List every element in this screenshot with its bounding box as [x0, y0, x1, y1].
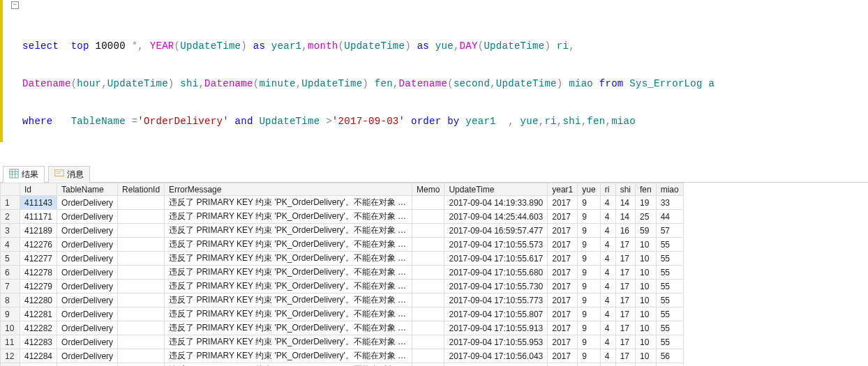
cell-shi[interactable]: 17	[615, 280, 635, 293]
cell-id[interactable]: 412282	[20, 321, 57, 335]
cell-id[interactable]: 412280	[20, 293, 57, 307]
cell-id[interactable]: 412189	[20, 224, 57, 238]
cell-miao[interactable]: 55	[656, 321, 683, 335]
column-header-errormessage[interactable]: ErrorMessage	[165, 183, 412, 196]
cell-errormessage[interactable]: 违反了 PRIMARY KEY 约束 'PK_OrderDelivery'。不能…	[165, 293, 412, 307]
cell-shi[interactable]: 17	[615, 321, 635, 335]
cell-id[interactable]: 412276	[20, 238, 57, 252]
cell-year1[interactable]: 2017	[548, 196, 578, 210]
cell-year1[interactable]: 2017	[548, 210, 578, 224]
cell-updatetime[interactable]: 2017-09-04 17:10:55.773	[444, 293, 548, 307]
cell-memo[interactable]	[412, 238, 444, 252]
column-header-memo[interactable]: Memo	[412, 183, 444, 196]
cell-errormessage[interactable]: 违反了 PRIMARY KEY 约束 'PK_OrderDelivery'。不能…	[165, 238, 412, 252]
cell-year1[interactable]: 2017	[548, 363, 578, 367]
cell-updatetime[interactable]: 2017-09-04 17:10:55.680	[444, 266, 548, 280]
tab-messages[interactable]: 消息	[48, 166, 90, 183]
cell-year1[interactable]: 2017	[548, 321, 578, 335]
cell-updatetime[interactable]: 2017-09-04 17:10:55.730	[444, 280, 548, 293]
cell-relationid[interactable]	[118, 335, 165, 349]
table-row[interactable]: 13412285OrderDelivery违反了 PRIMARY KEY 约束 …	[1, 363, 684, 367]
cell-miao[interactable]: 55	[656, 266, 683, 280]
cell-year1[interactable]: 2017	[548, 335, 578, 349]
cell-shi[interactable]: 17	[615, 363, 635, 367]
cell-updatetime[interactable]: 2017-09-04 17:10:55.617	[444, 252, 548, 266]
cell-ri[interactable]: 4	[600, 335, 615, 349]
cell-miao[interactable]: 57	[656, 224, 683, 238]
cell-relationid[interactable]	[118, 266, 165, 280]
cell-shi[interactable]: 17	[615, 238, 635, 252]
cell-tablename[interactable]: OrderDelivery	[57, 349, 118, 363]
table-row[interactable]: 4412276OrderDelivery违反了 PRIMARY KEY 约束 '…	[1, 238, 684, 252]
column-header-updatetime[interactable]: UpdateTime	[444, 183, 548, 196]
cell-tablename[interactable]: OrderDelivery	[57, 210, 118, 224]
cell-tablename[interactable]: OrderDelivery	[57, 196, 118, 210]
row-number[interactable]: 5	[1, 252, 20, 266]
cell-errormessage[interactable]: 违反了 PRIMARY KEY 约束 'PK_OrderDelivery'。不能…	[165, 210, 412, 224]
cell-memo[interactable]	[412, 321, 444, 335]
table-row[interactable]: 10412282OrderDelivery违反了 PRIMARY KEY 约束 …	[1, 321, 684, 335]
cell-relationid[interactable]	[118, 349, 165, 363]
cell-updatetime[interactable]: 2017-09-04 17:10:56.140	[444, 363, 548, 367]
row-number[interactable]: 8	[1, 293, 20, 307]
cell-errormessage[interactable]: 违反了 PRIMARY KEY 约束 'PK_OrderDelivery'。不能…	[165, 280, 412, 293]
cell-relationid[interactable]	[118, 363, 165, 367]
table-row[interactable]: 5412277OrderDelivery违反了 PRIMARY KEY 约束 '…	[1, 252, 684, 266]
cell-miao[interactable]: 55	[656, 293, 683, 307]
cell-relationid[interactable]	[118, 293, 165, 307]
row-number-header[interactable]	[1, 183, 20, 196]
cell-fen[interactable]: 59	[635, 224, 656, 238]
cell-year1[interactable]: 2017	[548, 252, 578, 266]
cell-memo[interactable]	[412, 252, 444, 266]
column-header-ri[interactable]: ri	[600, 183, 615, 196]
cell-memo[interactable]	[412, 210, 444, 224]
column-header-shi[interactable]: shi	[615, 183, 635, 196]
sql-line-1[interactable]: select top 10000 *, YEAR(UpdateTime) as …	[6, 40, 862, 52]
results-grid-container[interactable]: IdTableNameRelationIdErrorMessageMemoUpd…	[0, 183, 868, 366]
cell-ri[interactable]: 4	[600, 266, 615, 280]
row-number[interactable]: 9	[1, 307, 20, 321]
table-row[interactable]: 12412284OrderDelivery违反了 PRIMARY KEY 约束 …	[1, 349, 684, 363]
cell-year1[interactable]: 2017	[548, 238, 578, 252]
row-number[interactable]: 3	[1, 224, 20, 238]
cell-fen[interactable]: 10	[635, 335, 656, 349]
cell-shi[interactable]: 14	[615, 196, 635, 210]
row-number[interactable]: 12	[1, 349, 20, 363]
row-number[interactable]: 2	[1, 210, 20, 224]
cell-errormessage[interactable]: 违反了 PRIMARY KEY 约束 'PK_OrderDelivery'。不能…	[165, 349, 412, 363]
cell-fen[interactable]: 10	[635, 280, 656, 293]
cell-memo[interactable]	[412, 280, 444, 293]
cell-id[interactable]: 412279	[20, 280, 57, 293]
cell-id[interactable]: 412285	[20, 363, 57, 367]
cell-relationid[interactable]	[118, 280, 165, 293]
cell-miao[interactable]: 55	[656, 307, 683, 321]
cell-fen[interactable]: 10	[635, 252, 656, 266]
cell-year1[interactable]: 2017	[548, 307, 578, 321]
cell-year1[interactable]: 2017	[548, 280, 578, 293]
cell-fen[interactable]: 10	[635, 293, 656, 307]
cell-fen[interactable]: 10	[635, 321, 656, 335]
sql-editor[interactable]: − select top 10000 *, YEAR(UpdateTime) a…	[0, 0, 868, 142]
cell-miao[interactable]: 44	[656, 210, 683, 224]
cell-shi[interactable]: 16	[615, 224, 635, 238]
cell-ri[interactable]: 4	[600, 252, 615, 266]
cell-miao[interactable]: 55	[656, 335, 683, 349]
row-number[interactable]: 13	[1, 363, 20, 367]
cell-updatetime[interactable]: 2017-09-04 17:10:55.913	[444, 321, 548, 335]
cell-updatetime[interactable]: 2017-09-04 17:10:55.953	[444, 335, 548, 349]
cell-errormessage[interactable]: 违反了 PRIMARY KEY 约束 'PK_OrderDelivery'。不能…	[165, 252, 412, 266]
cell-ri[interactable]: 4	[600, 238, 615, 252]
cell-id[interactable]: 412278	[20, 266, 57, 280]
cell-fen[interactable]: 10	[635, 349, 656, 363]
table-row[interactable]: 7412279OrderDelivery违反了 PRIMARY KEY 约束 '…	[1, 280, 684, 293]
cell-errormessage[interactable]: 违反了 PRIMARY KEY 约束 'PK_OrderDelivery'。不能…	[165, 266, 412, 280]
row-number[interactable]: 7	[1, 280, 20, 293]
cell-updatetime[interactable]: 2017-09-04 17:10:56.043	[444, 349, 548, 363]
cell-yue[interactable]: 9	[578, 266, 600, 280]
cell-year1[interactable]: 2017	[548, 224, 578, 238]
cell-memo[interactable]	[412, 266, 444, 280]
cell-year1[interactable]: 2017	[548, 266, 578, 280]
table-row[interactable]: 3412189OrderDelivery违反了 PRIMARY KEY 约束 '…	[1, 224, 684, 238]
cell-shi[interactable]: 14	[615, 210, 635, 224]
cell-id[interactable]: 412284	[20, 349, 57, 363]
